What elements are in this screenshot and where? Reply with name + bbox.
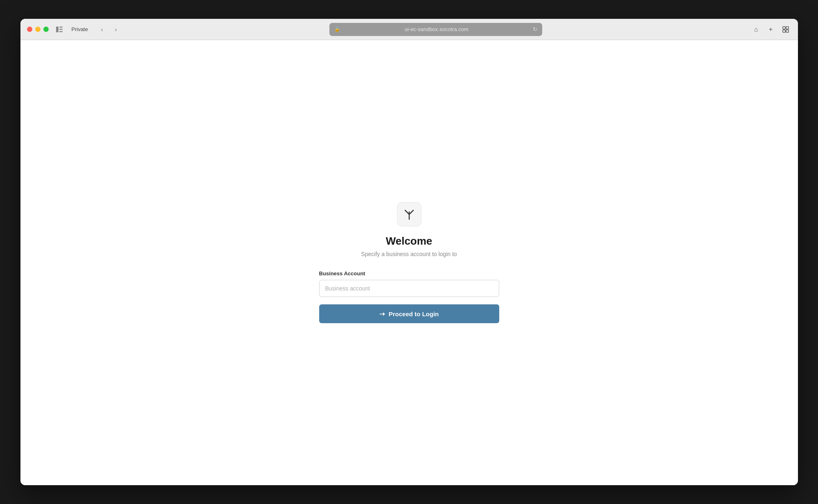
svg-rect-0 xyxy=(56,27,59,32)
tab-overview-button[interactable] xyxy=(780,24,791,35)
nav-controls: ‹ › xyxy=(96,24,122,35)
address-bar-container: 🔒 ui-ec-sandbox.socotra.com ↻ xyxy=(126,23,746,36)
reload-icon[interactable]: ↻ xyxy=(533,26,537,32)
login-container: Welcome Specify a business account to lo… xyxy=(319,202,499,323)
logo-wrapper xyxy=(397,202,421,227)
minimize-button[interactable] xyxy=(35,27,41,32)
back-button[interactable]: ‹ xyxy=(96,24,108,35)
svg-rect-5 xyxy=(786,27,789,29)
proceed-button-label: Proceed to Login xyxy=(389,310,439,317)
login-form: Business Account ⇢ Proceed to Login xyxy=(319,270,499,323)
sidebar-toggle-button[interactable] xyxy=(54,24,65,35)
business-account-label: Business Account xyxy=(319,270,499,277)
browser-window: Private ‹ › 🔒 ui-ec-sandbox.socotra.com … xyxy=(20,19,798,485)
welcome-title: Welcome xyxy=(386,235,433,248)
forward-button[interactable]: › xyxy=(110,24,122,35)
address-bar[interactable]: 🔒 ui-ec-sandbox.socotra.com ↻ xyxy=(329,23,542,36)
home-button[interactable]: ⌂ xyxy=(750,24,762,35)
welcome-subtitle: Specify a business account to login to xyxy=(361,251,457,257)
proceed-to-login-button[interactable]: ⇢ Proceed to Login xyxy=(319,304,499,323)
svg-rect-6 xyxy=(783,30,785,32)
app-logo-icon xyxy=(402,207,417,222)
svg-rect-7 xyxy=(786,30,789,32)
close-button[interactable] xyxy=(27,27,32,32)
business-account-input[interactable] xyxy=(319,280,499,297)
browser-actions: ⌂ + xyxy=(750,24,791,35)
svg-rect-3 xyxy=(59,31,63,32)
traffic-lights xyxy=(27,27,49,32)
svg-rect-1 xyxy=(59,27,63,28)
maximize-button[interactable] xyxy=(43,27,49,32)
svg-rect-4 xyxy=(783,27,785,29)
lock-icon: 🔒 xyxy=(334,27,340,32)
svg-rect-2 xyxy=(59,29,63,30)
svg-line-10 xyxy=(409,210,413,214)
svg-line-9 xyxy=(405,210,409,214)
private-label: Private xyxy=(72,26,88,32)
login-arrow-icon: ⇢ xyxy=(379,310,385,318)
url-text: ui-ec-sandbox.socotra.com xyxy=(343,26,530,32)
browser-titlebar: Private ‹ › 🔒 ui-ec-sandbox.socotra.com … xyxy=(20,19,798,40)
browser-content: Welcome Specify a business account to lo… xyxy=(20,40,798,485)
new-tab-button[interactable]: + xyxy=(765,24,777,35)
